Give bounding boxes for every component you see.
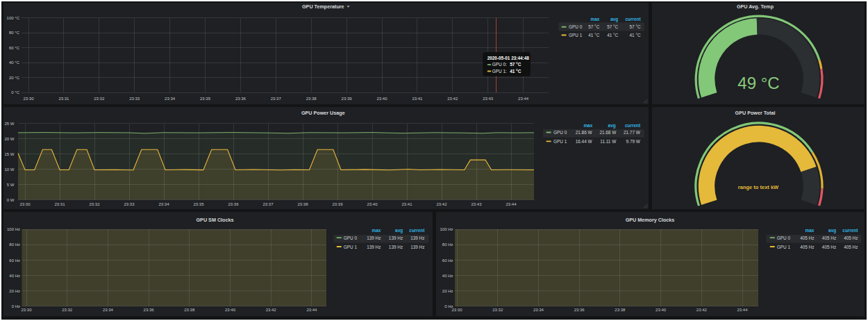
svg-text:23:30: 23:30	[451, 308, 462, 312]
svg-text:60 Hz: 60 Hz	[9, 258, 20, 263]
svg-text:23:44: 23:44	[306, 308, 317, 312]
svg-text:23:30: 23:30	[19, 202, 31, 206]
svg-text:21.68 W: 21.68 W	[599, 130, 617, 135]
svg-text:GPU 0: GPU 0	[777, 236, 791, 240]
svg-text:100 Hz: 100 Hz	[440, 227, 453, 231]
svg-text:40 Hz: 40 Hz	[442, 274, 453, 278]
svg-text:11.11 W: 11.11 W	[600, 139, 617, 144]
svg-text:41 °C: 41 °C	[630, 33, 641, 38]
svg-text:23:32: 23:32	[94, 97, 105, 101]
svg-text:405 Hz: 405 Hz	[844, 245, 858, 249]
svg-text:405 Hz: 405 Hz	[800, 236, 814, 240]
svg-text:139 Hz: 139 Hz	[367, 236, 381, 240]
svg-text:23:32: 23:32	[492, 308, 503, 312]
svg-text:57 °C: 57 °C	[588, 24, 599, 29]
svg-text:23:34: 23:34	[103, 308, 114, 312]
svg-text:20 W: 20 W	[4, 137, 14, 141]
svg-text:23:39: 23:39	[342, 97, 353, 101]
svg-text:23:37: 23:37	[262, 202, 274, 206]
svg-text:GPU 1: GPU 1	[553, 139, 567, 144]
svg-text:23:43: 23:43	[483, 97, 494, 101]
svg-text:80 Hz: 80 Hz	[442, 242, 453, 247]
svg-text:23:44: 23:44	[737, 308, 749, 312]
svg-text:0 °C: 0 °C	[11, 90, 19, 94]
svg-text:GPU Power Total: GPU Power Total	[735, 110, 776, 116]
svg-text:23:36: 23:36	[235, 97, 247, 101]
svg-text:405 Hz: 405 Hz	[822, 236, 836, 240]
svg-text:0 Hz: 0 Hz	[12, 304, 20, 308]
svg-text:40 °C: 40 °C	[9, 60, 20, 65]
svg-text:9.79 W: 9.79 W	[626, 139, 641, 144]
svg-text:405 Hz: 405 Hz	[822, 245, 836, 249]
svg-text:23:35: 23:35	[200, 97, 211, 101]
svg-text:23:43: 23:43	[471, 202, 482, 206]
svg-text:25 W: 25 W	[4, 122, 14, 126]
svg-text:range to text kW: range to text kW	[738, 184, 779, 190]
svg-text:23:41: 23:41	[401, 202, 412, 206]
svg-text:23:42: 23:42	[266, 308, 277, 312]
svg-text:current: current	[626, 17, 642, 22]
svg-text:23:33: 23:33	[124, 202, 135, 206]
svg-text:15 W: 15 W	[4, 152, 14, 156]
svg-text:GPU 0: GPU 0	[553, 130, 567, 135]
svg-text:23:31: 23:31	[54, 202, 65, 206]
svg-text:23:40: 23:40	[376, 97, 387, 101]
svg-text:current: current	[409, 228, 425, 233]
svg-text:41 °C: 41 °C	[510, 69, 521, 74]
svg-text:23:42: 23:42	[447, 97, 458, 101]
svg-text:GPU 0:: GPU 0:	[492, 62, 507, 67]
svg-text:60 Hz: 60 Hz	[442, 258, 453, 263]
svg-text:23:30: 23:30	[23, 97, 34, 101]
svg-text:avg: avg	[828, 228, 836, 233]
svg-text:23:38: 23:38	[306, 97, 317, 101]
svg-text:current: current	[842, 228, 858, 233]
svg-text:21.77 W: 21.77 W	[624, 130, 641, 135]
svg-text:49 °C: 49 °C	[737, 74, 779, 92]
svg-text:20 °C: 20 °C	[9, 76, 20, 80]
svg-text:23:44: 23:44	[518, 97, 529, 101]
svg-text:139 Hz: 139 Hz	[389, 245, 403, 249]
svg-text:GPU Avg. Temp: GPU Avg. Temp	[737, 3, 774, 10]
svg-text:max: max	[591, 17, 600, 22]
svg-text:80 °C: 80 °C	[9, 31, 20, 35]
svg-text:23:41: 23:41	[412, 97, 423, 101]
svg-text:100 Hz: 100 Hz	[7, 227, 20, 231]
svg-text:current: current	[625, 123, 641, 128]
svg-text:20 Hz: 20 Hz	[9, 289, 20, 293]
svg-text:23:40: 23:40	[225, 308, 236, 312]
svg-text:23:36: 23:36	[574, 308, 585, 312]
svg-text:40 Hz: 40 Hz	[9, 274, 20, 278]
svg-text:405 Hz: 405 Hz	[844, 236, 858, 240]
svg-text:139 Hz: 139 Hz	[410, 236, 424, 240]
svg-text:2020-05-01 23:44:48: 2020-05-01 23:44:48	[487, 56, 529, 60]
svg-text:GPU 1:: GPU 1:	[492, 69, 507, 74]
svg-text:GPU Memory Clocks: GPU Memory Clocks	[626, 217, 675, 223]
svg-text:GPU 1: GPU 1	[569, 33, 583, 38]
svg-text:avg: avg	[608, 123, 616, 129]
svg-text:41 °C: 41 °C	[607, 33, 618, 38]
svg-text:23:42: 23:42	[696, 308, 708, 312]
svg-text:60 °C: 60 °C	[9, 46, 20, 50]
svg-text:max: max	[372, 228, 381, 233]
svg-text:23:38: 23:38	[297, 202, 308, 206]
svg-text:23:40: 23:40	[656, 308, 667, 312]
svg-text:avg: avg	[610, 17, 618, 22]
svg-text:GPU 1: GPU 1	[777, 245, 791, 249]
svg-text:23:36: 23:36	[144, 308, 155, 312]
svg-text:GPU 0: GPU 0	[569, 24, 583, 29]
svg-text:max: max	[583, 123, 592, 128]
svg-text:23:32: 23:32	[89, 202, 100, 206]
svg-text:23:31: 23:31	[58, 97, 69, 101]
svg-text:57 °C: 57 °C	[630, 24, 641, 29]
svg-text:23:37: 23:37	[271, 97, 282, 101]
svg-text:0 W: 0 W	[7, 198, 15, 202]
svg-text:139 Hz: 139 Hz	[367, 245, 381, 249]
svg-text:139 Hz: 139 Hz	[410, 245, 424, 249]
svg-text:23:35: 23:35	[193, 202, 204, 206]
svg-text:23:30: 23:30	[21, 308, 32, 312]
svg-text:405 Hz: 405 Hz	[800, 245, 814, 249]
svg-text:23:34: 23:34	[533, 308, 544, 312]
svg-text:GPU SM Clocks: GPU SM Clocks	[197, 217, 234, 223]
svg-text:23:33: 23:33	[129, 97, 140, 101]
svg-text:10 W: 10 W	[4, 167, 14, 172]
